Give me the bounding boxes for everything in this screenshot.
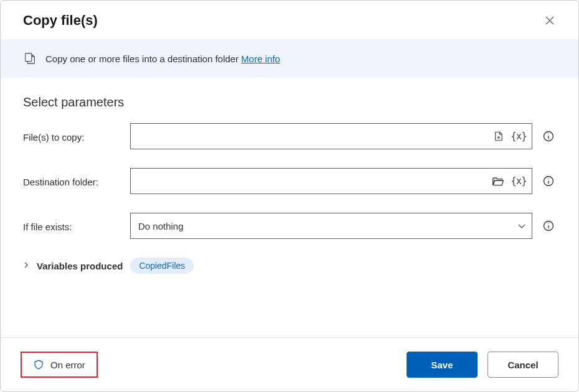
save-button[interactable]: Save xyxy=(407,352,478,378)
destination-label: Destination folder: xyxy=(23,175,130,187)
param-row-if-exists: If file exists: Do nothing xyxy=(23,213,556,239)
copy-files-icon xyxy=(23,52,37,65)
chevron-down-icon xyxy=(517,221,527,231)
cancel-button[interactable]: Cancel xyxy=(487,352,558,378)
param-row-destination: Destination folder: {x} xyxy=(23,168,556,194)
browse-file-icon[interactable] xyxy=(493,131,504,142)
more-info-link[interactable]: More info xyxy=(241,54,280,64)
section-title: Select parameters xyxy=(23,95,556,110)
if-exists-label: If file exists: xyxy=(23,220,130,232)
info-banner-text: Copy one or more files into a destinatio… xyxy=(45,54,280,64)
variables-expand-toggle[interactable] xyxy=(23,261,29,270)
variable-picker-icon[interactable]: {x} xyxy=(511,175,527,187)
on-error-button[interactable]: On error xyxy=(21,352,98,378)
shield-icon xyxy=(33,359,44,370)
dialog-body: Select parameters File(s) to copy: {x} xyxy=(1,78,578,337)
variable-picker-icon[interactable]: {x} xyxy=(511,131,527,142)
if-exists-value: Do nothing xyxy=(138,221,184,231)
if-exists-select[interactable]: Do nothing xyxy=(130,213,532,239)
info-banner: Copy one or more files into a destinatio… xyxy=(1,39,578,78)
chevron-right-icon xyxy=(23,262,29,268)
dialog-title: Copy file(s) xyxy=(23,12,98,29)
svg-rect-2 xyxy=(26,54,32,62)
variables-produced-label: Variables produced xyxy=(37,261,123,271)
param-row-files-to-copy: File(s) to copy: {x} xyxy=(23,123,556,149)
dialog: Copy file(s) Copy one or more files into… xyxy=(0,0,579,392)
banner-text: Copy one or more files into a destinatio… xyxy=(45,54,238,64)
variable-pill-copiedfiles[interactable]: CopiedFiles xyxy=(130,258,194,274)
on-error-label: On error xyxy=(50,360,85,370)
files-to-copy-label: File(s) to copy: xyxy=(23,131,130,142)
close-icon xyxy=(545,16,555,26)
dialog-header: Copy file(s) xyxy=(1,1,578,39)
files-to-copy-input[interactable] xyxy=(138,124,493,149)
info-icon-destination[interactable] xyxy=(541,174,556,189)
svg-point-8 xyxy=(548,179,548,179)
destination-input-wrapper: {x} xyxy=(130,168,532,194)
variables-produced-row: Variables produced CopiedFiles xyxy=(23,258,556,274)
browse-folder-icon[interactable] xyxy=(492,175,504,187)
dialog-footer: On error Save Cancel xyxy=(1,337,578,391)
destination-input[interactable] xyxy=(138,169,492,194)
svg-point-11 xyxy=(548,223,548,224)
info-icon-files-to-copy[interactable] xyxy=(541,129,556,144)
info-icon-if-exists[interactable] xyxy=(541,218,556,233)
files-to-copy-input-wrapper: {x} xyxy=(130,123,532,149)
svg-point-5 xyxy=(548,134,548,134)
close-button[interactable] xyxy=(541,12,558,29)
